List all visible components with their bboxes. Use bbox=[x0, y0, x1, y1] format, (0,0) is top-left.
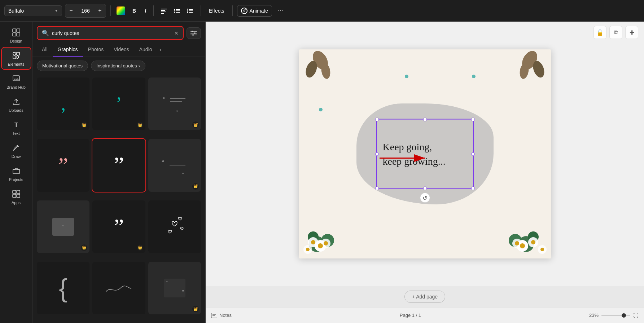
font-size-increase[interactable]: + bbox=[94, 4, 106, 17]
more-options-button[interactable]: ··· bbox=[275, 5, 286, 17]
content-tabs: All Graphics Photos Videos Audio › bbox=[32, 43, 205, 57]
left-panel: 🔍 ✕ All Graphics Photos Videos Audio › M… bbox=[32, 22, 206, 323]
align-left-button[interactable] bbox=[158, 5, 170, 16]
handle-bl[interactable] bbox=[375, 187, 379, 190]
corner-decoration-tl bbox=[299, 49, 342, 93]
grid-item-7[interactable]: “ 👑 bbox=[37, 200, 89, 253]
brand-hub-label: Brand Hub bbox=[6, 85, 26, 89]
text-line-2: keep growing... bbox=[383, 155, 446, 167]
svg-point-69 bbox=[540, 248, 544, 251]
text-box-selected[interactable]: Keep going, keep growing... ↺ bbox=[376, 119, 474, 189]
grid-item-4[interactable]: ” bbox=[37, 139, 89, 191]
sidebar-item-design[interactable]: Design bbox=[2, 25, 31, 46]
sidebar-item-text[interactable]: T Text bbox=[2, 117, 31, 138]
svg-point-54 bbox=[318, 243, 323, 248]
svg-rect-9 bbox=[176, 12, 180, 13]
svg-point-66 bbox=[531, 240, 535, 244]
sidebar-item-elements[interactable]: Elements bbox=[2, 48, 31, 69]
handle-bm[interactable] bbox=[423, 187, 427, 190]
grid-item-11[interactable] bbox=[92, 262, 145, 314]
uploads-label: Uploads bbox=[9, 108, 23, 112]
text-color-button[interactable] bbox=[115, 5, 127, 17]
lock-button[interactable]: 🔓 bbox=[593, 26, 606, 39]
svg-rect-1 bbox=[161, 10, 165, 11]
line-height-button[interactable] bbox=[184, 5, 196, 16]
draw-label: Draw bbox=[12, 154, 21, 159]
tab-videos[interactable]: Videos bbox=[109, 43, 134, 57]
grid-item-6[interactable]: “ „ 👑 bbox=[148, 139, 201, 191]
divider-2 bbox=[153, 5, 154, 16]
grid-item-1[interactable]: ‚ 👑 bbox=[37, 78, 89, 130]
sidebar-item-uploads[interactable]: Uploads bbox=[2, 94, 31, 115]
handle-br[interactable] bbox=[471, 187, 475, 190]
zoom-slider[interactable] bbox=[601, 315, 630, 316]
list-button[interactable] bbox=[171, 5, 183, 16]
sidebar-item-projects[interactable]: Projects bbox=[2, 163, 31, 185]
tabs-more-icon[interactable]: › bbox=[157, 43, 163, 57]
italic-button[interactable]: I bbox=[142, 6, 149, 16]
svg-rect-3 bbox=[161, 13, 164, 14]
grid-item-9[interactable] bbox=[148, 200, 201, 253]
svg-point-4 bbox=[174, 9, 175, 10]
alignment-buttons bbox=[158, 5, 196, 16]
grid-item-8[interactable]: ” 👑 bbox=[92, 200, 145, 253]
svg-rect-23 bbox=[13, 190, 16, 194]
sidebar-item-draw[interactable]: Draw bbox=[2, 140, 31, 162]
suggestion-inspirational[interactable]: Inspirational quotes › bbox=[91, 61, 145, 71]
handle-ml[interactable] bbox=[375, 152, 379, 156]
filter-button[interactable] bbox=[187, 27, 201, 39]
handle-tm[interactable] bbox=[423, 118, 427, 121]
projects-icon bbox=[11, 166, 21, 176]
tab-all[interactable]: All bbox=[37, 43, 53, 57]
svg-rect-12 bbox=[189, 12, 193, 13]
suggestion-more-icon: › bbox=[139, 63, 140, 68]
main-content: Design Elements CO. Brand Hub Uploads T … bbox=[0, 22, 644, 323]
font-selector[interactable]: Buffalo ▼ bbox=[4, 5, 62, 16]
svg-rect-5 bbox=[176, 9, 180, 10]
sidebar-item-brand-hub[interactable]: CO. Brand Hub bbox=[2, 71, 31, 92]
bold-button[interactable]: B bbox=[130, 6, 139, 16]
effects-button[interactable]: Effects bbox=[205, 6, 228, 16]
svg-rect-15 bbox=[13, 33, 16, 36]
canvas-text[interactable]: Keep going, keep growing... bbox=[377, 136, 473, 172]
svg-rect-2 bbox=[161, 12, 166, 12]
tab-photos[interactable]: Photos bbox=[83, 43, 109, 57]
search-input[interactable] bbox=[52, 30, 171, 36]
grid-item-10[interactable]: { bbox=[37, 262, 89, 314]
add-page-button[interactable]: + Add page bbox=[404, 291, 445, 303]
sidebar-item-apps[interactable]: Apps bbox=[2, 186, 31, 208]
uploads-icon bbox=[11, 97, 21, 107]
svg-rect-19 bbox=[13, 56, 16, 59]
align-left-icon bbox=[161, 8, 167, 14]
tab-audio[interactable]: Audio bbox=[134, 43, 157, 57]
svg-point-8 bbox=[174, 12, 175, 13]
handle-tl[interactable] bbox=[375, 118, 379, 121]
grid-item-5[interactable]: ” bbox=[92, 139, 145, 191]
notes-button[interactable]: Notes bbox=[211, 313, 232, 318]
suggestion-motivational[interactable]: Motivational quotes bbox=[37, 61, 88, 71]
copy-layout-button[interactable]: ⧉ bbox=[609, 26, 622, 39]
svg-rect-7 bbox=[176, 10, 180, 11]
search-clear-icon[interactable]: ✕ bbox=[174, 30, 179, 36]
svg-text:CO.: CO. bbox=[13, 77, 18, 80]
grid-item-2[interactable]: ’ 👑 bbox=[92, 78, 145, 130]
canvas[interactable]: Keep going, keep growing... ↺ bbox=[299, 49, 551, 258]
svg-point-30 bbox=[194, 32, 196, 34]
teal-dot-1 bbox=[319, 108, 323, 111]
divider-3 bbox=[201, 5, 201, 16]
teal-dot-2 bbox=[405, 75, 408, 78]
grid-item-12[interactable]: “ ” 👑 bbox=[148, 262, 201, 314]
fullscreen-button[interactable]: ⛶ bbox=[633, 313, 638, 318]
add-section-button[interactable]: ✚ bbox=[625, 26, 638, 39]
handle-tr[interactable] bbox=[471, 118, 475, 121]
crown-badge-8: 👑 bbox=[137, 244, 143, 251]
handle-mr[interactable] bbox=[471, 152, 475, 156]
animate-button[interactable]: ↺ Animate bbox=[237, 5, 272, 17]
tab-graphics[interactable]: Graphics bbox=[53, 43, 83, 57]
grid-item-3[interactable]: “ „ 👑 bbox=[148, 78, 201, 130]
teal-dot-3 bbox=[472, 75, 476, 78]
font-size-input[interactable] bbox=[77, 4, 94, 17]
crown-badge-12: 👑 bbox=[192, 306, 199, 312]
rotate-handle[interactable]: ↺ bbox=[420, 193, 430, 203]
font-size-decrease[interactable]: − bbox=[65, 4, 77, 17]
